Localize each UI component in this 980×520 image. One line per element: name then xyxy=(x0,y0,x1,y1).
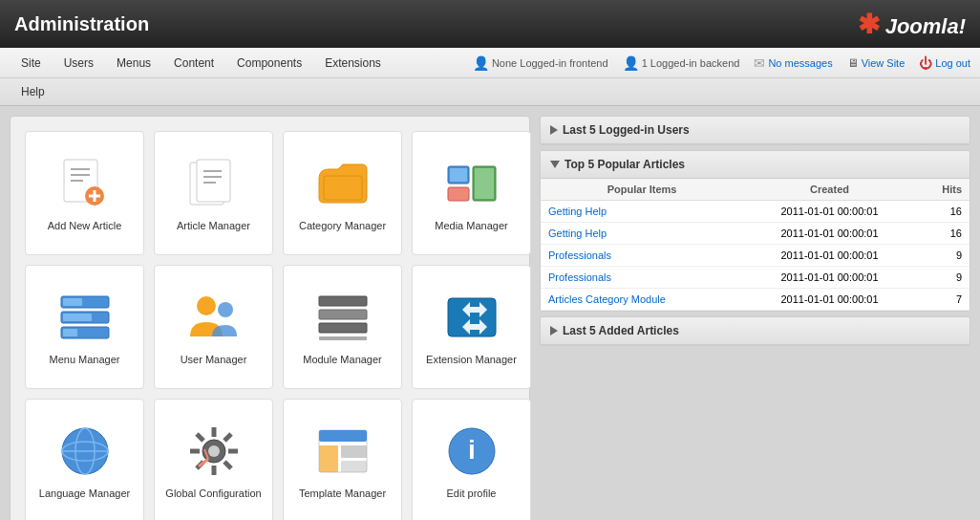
media-manager-button[interactable]: Media Manager xyxy=(412,131,531,255)
extension-manager-button[interactable]: Extension Manager xyxy=(412,265,531,389)
nav-site[interactable]: Site xyxy=(10,51,53,76)
table-row: Professionals 2011-01-01 00:00:01 9 xyxy=(541,245,969,267)
article-link[interactable]: Getting Help xyxy=(548,206,607,217)
messages-icon xyxy=(754,55,765,71)
last5-users-panel: Last 5 Logged-in Users xyxy=(540,116,970,145)
svg-rect-50 xyxy=(341,445,367,458)
config-icon xyxy=(185,422,243,480)
svg-rect-21 xyxy=(63,298,82,306)
table-row: Articles Category Module 2011-01-01 00:0… xyxy=(541,289,969,311)
svg-point-24 xyxy=(197,296,216,315)
svg-rect-27 xyxy=(319,310,367,319)
svg-line-42 xyxy=(224,462,231,468)
add-article-icon xyxy=(56,155,114,212)
article-link-cell[interactable]: Getting Help xyxy=(541,223,743,245)
last5-added-header[interactable]: Last 5 Added Articles xyxy=(541,317,969,345)
svg-rect-23 xyxy=(63,329,77,336)
nav-users[interactable]: Users xyxy=(53,51,105,76)
module-manager-icon xyxy=(314,289,372,346)
global-configuration-button[interactable]: Global Configuration xyxy=(154,399,273,520)
menu-manager-button[interactable]: Menu Manager xyxy=(25,265,144,389)
created-cell: 2011-01-01 00:00:01 xyxy=(743,289,916,311)
created-cell: 2011-01-01 00:00:01 xyxy=(743,223,916,245)
expand-icon xyxy=(550,125,558,135)
nav-components[interactable]: Components xyxy=(225,51,313,76)
media-manager-icon xyxy=(443,155,501,212)
logout-icon xyxy=(919,55,932,71)
table-row: Getting Help 2011-01-01 00:00:01 16 xyxy=(541,201,969,223)
language-manager-icon xyxy=(56,422,114,480)
last5-users-header[interactable]: Last 5 Logged-in Users xyxy=(541,117,969,144)
collapse-icon xyxy=(550,161,560,168)
template-manager-button[interactable]: Template Manager xyxy=(283,399,402,520)
article-link[interactable]: Getting Help xyxy=(548,228,607,239)
main-content: Add New Article Article Manager Category… xyxy=(0,106,980,520)
frontend-user-icon xyxy=(473,55,489,71)
svg-rect-29 xyxy=(319,336,367,340)
expand-added-icon xyxy=(550,326,558,336)
user-manager-button[interactable]: User Manager xyxy=(154,265,273,389)
icon-grid: Add New Article Article Manager Category… xyxy=(10,116,530,520)
svg-rect-17 xyxy=(475,168,494,199)
svg-rect-14 xyxy=(448,187,469,201)
top5-articles-table: Popular Items Created Hits Getting Help … xyxy=(541,179,969,311)
joomla-logo: ✱ Joomla! xyxy=(858,9,966,40)
svg-line-43 xyxy=(224,434,231,441)
messages-status[interactable]: No messages xyxy=(754,55,832,71)
hits-cell: 16 xyxy=(916,223,969,245)
svg-rect-22 xyxy=(63,314,92,321)
view-site-icon xyxy=(847,56,859,70)
nav-help[interactable]: Help xyxy=(10,79,56,104)
hits-cell: 16 xyxy=(916,201,969,223)
module-manager-button[interactable]: Module Manager xyxy=(283,265,402,389)
language-manager-button[interactable]: Language Manager xyxy=(25,399,144,520)
article-link[interactable]: Professionals xyxy=(548,271,611,283)
top5-articles-header[interactable]: Top 5 Popular Articles xyxy=(541,151,969,179)
svg-rect-12 xyxy=(324,176,362,200)
svg-text:i: i xyxy=(468,435,476,465)
svg-rect-16 xyxy=(450,168,467,182)
admin-title: Administration xyxy=(14,13,858,35)
hits-cell: 9 xyxy=(916,245,969,267)
add-new-article-button[interactable]: Add New Article xyxy=(25,131,144,255)
profile-icon: i xyxy=(443,422,501,480)
article-link[interactable]: Professionals xyxy=(548,249,611,261)
table-row: Professionals 2011-01-01 00:00:01 9 xyxy=(541,267,969,289)
top5-articles-panel: Top 5 Popular Articles Popular Items Cre… xyxy=(540,150,970,312)
col-hits: Hits xyxy=(916,179,969,201)
svg-rect-30 xyxy=(448,298,496,336)
view-site-status[interactable]: View Site xyxy=(847,56,905,70)
svg-point-36 xyxy=(208,445,220,457)
frontend-users-status: None Logged-in frontend xyxy=(473,55,608,71)
header: Administration ✱ Joomla! xyxy=(0,0,980,48)
svg-rect-48 xyxy=(319,430,367,442)
hits-cell: 7 xyxy=(916,289,969,311)
created-cell: 2011-01-01 00:00:01 xyxy=(743,245,916,267)
nav-extensions[interactable]: Extensions xyxy=(313,51,393,76)
nav-status: None Logged-in frontend 1 Logged-in back… xyxy=(473,55,970,71)
nav-content[interactable]: Content xyxy=(162,51,225,76)
article-link-cell[interactable]: Articles Category Module xyxy=(541,289,743,311)
last5-added-panel: Last 5 Added Articles xyxy=(540,316,970,346)
svg-rect-49 xyxy=(319,445,338,472)
template-manager-icon xyxy=(314,422,372,480)
logout-status[interactable]: Log out xyxy=(919,55,970,71)
article-link[interactable]: Articles Category Module xyxy=(548,293,666,305)
col-created: Created xyxy=(743,179,916,201)
right-panel: Last 5 Logged-in Users Top 5 Popular Art… xyxy=(540,116,970,520)
article-manager-icon xyxy=(185,155,243,212)
edit-profile-button[interactable]: i Edit profile xyxy=(412,399,531,520)
svg-point-25 xyxy=(218,302,233,317)
col-popular-items: Popular Items xyxy=(541,179,743,201)
nav-top: Site Users Menus Content Components Exte… xyxy=(0,48,980,78)
menu-manager-icon xyxy=(56,289,114,346)
nav-menus[interactable]: Menus xyxy=(105,51,162,76)
user-manager-icon xyxy=(185,289,243,346)
svg-line-41 xyxy=(197,434,203,441)
article-link-cell[interactable]: Professionals xyxy=(541,245,743,267)
article-manager-button[interactable]: Article Manager xyxy=(154,131,273,255)
svg-rect-26 xyxy=(319,296,367,306)
category-manager-button[interactable]: Category Manager xyxy=(283,131,402,255)
article-link-cell[interactable]: Getting Help xyxy=(541,201,743,223)
article-link-cell[interactable]: Professionals xyxy=(541,267,743,289)
